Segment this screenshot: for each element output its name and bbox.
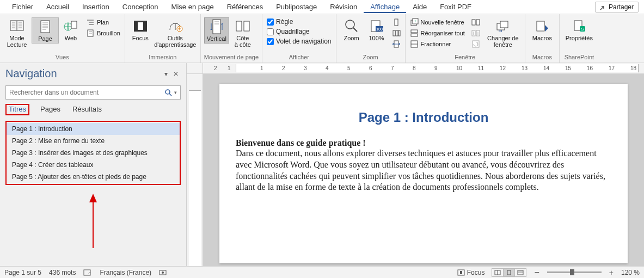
- svg-rect-45: [411, 34, 418, 36]
- status-words[interactable]: 436 mots: [49, 269, 76, 276]
- navigation-close-button[interactable]: ✕: [171, 69, 181, 79]
- status-macro-rec[interactable]: [159, 269, 167, 276]
- menu-item-foxit[interactable]: Foxit PDF: [433, 1, 478, 13]
- vertical-button[interactable]: Vertical: [204, 17, 229, 44]
- ruler-tick: 14: [543, 65, 549, 71]
- vertical-label: Vertical: [207, 35, 226, 42]
- volet-navigation-checkbox-input[interactable]: [267, 38, 274, 45]
- status-bar: Page 1 sur 5 436 mots Français (France) …: [0, 266, 644, 278]
- menu-item-fichier[interactable]: Fichier: [5, 1, 40, 13]
- web-view-button[interactable]: Web: [60, 17, 82, 42]
- macros-label: Macros: [532, 35, 552, 41]
- svg-rect-54: [500, 21, 508, 28]
- ruler-tick: 11: [478, 65, 484, 71]
- zoom-in-button[interactable]: +: [609, 268, 614, 277]
- macros-button[interactable]: Macros: [529, 17, 556, 42]
- navigation-search-input[interactable]: [9, 89, 161, 96]
- cote-a-cote-button[interactable]: Côte à côte: [230, 17, 255, 49]
- quadrillage-checkbox[interactable]: Quadrillage: [266, 27, 332, 36]
- menu-item-mise-en-page[interactable]: Mise en page: [165, 1, 220, 13]
- menu-item-insertion[interactable]: Insertion: [76, 1, 116, 13]
- menu-item-affichage[interactable]: Affichage: [364, 1, 406, 13]
- heading-item[interactable]: Page 3 : Insérer des images et des graph…: [7, 147, 180, 159]
- heading-item[interactable]: Page 5 : Ajouter des en-têtes et pieds d…: [7, 171, 180, 183]
- heading-item[interactable]: Page 2 : Mise en forme du texte: [7, 135, 180, 147]
- focus-button[interactable]: Focus: [128, 17, 152, 42]
- svg-rect-8: [41, 21, 50, 33]
- zoom-slider[interactable]: [547, 271, 602, 273]
- status-proofing[interactable]: [83, 269, 92, 276]
- menu-item-accueil[interactable]: Accueil: [40, 1, 76, 13]
- ribbon: Mode Lecture Page Web Plan Brouillon: [0, 14, 644, 63]
- svg-rect-68: [507, 270, 511, 275]
- svg-text:100: 100: [376, 27, 383, 31]
- svg-rect-30: [244, 21, 249, 31]
- search-icon[interactable]: [161, 89, 172, 96]
- nouvelle-fenetre-button[interactable]: +Nouvelle fenêtre: [409, 17, 466, 27]
- brouillon-view-button[interactable]: Brouillon: [85, 28, 121, 38]
- menu-item-publipostage[interactable]: Publipostage: [269, 1, 323, 13]
- navigation-options-button[interactable]: ▾: [161, 69, 171, 79]
- zoom-multi-page-button[interactable]: [391, 28, 402, 38]
- heading-item[interactable]: Page 4 : Créer des tableaux: [7, 159, 180, 171]
- search-dropdown-icon[interactable]: ▾: [172, 90, 177, 95]
- svg-rect-23: [138, 22, 143, 30]
- zoom-100-icon: 100: [369, 18, 384, 34]
- share-button[interactable]: Partager: [595, 2, 639, 13]
- web-view-icon: [63, 18, 78, 34]
- one-page-icon: [392, 18, 401, 27]
- quadrillage-checkbox-input[interactable]: [267, 28, 274, 35]
- status-view-print[interactable]: [503, 268, 515, 277]
- document-column: 2 1 1 2 3 4 5 6 7 8 9 10 11 12 13 14 15 …: [187, 63, 644, 266]
- zoom-slider-knob[interactable]: [570, 269, 574, 275]
- status-view-read[interactable]: [492, 268, 504, 277]
- plan-view-button[interactable]: Plan: [85, 17, 121, 27]
- menu-item-references[interactable]: Références: [220, 1, 269, 13]
- zoom-one-page-button[interactable]: [391, 17, 402, 27]
- tab-pages[interactable]: Pages: [39, 104, 62, 115]
- menu-item-revision[interactable]: Révision: [323, 1, 364, 13]
- outils-apprentissage-button[interactable]: Outils d'apprentissage: [154, 17, 197, 49]
- reset-window-pos-button[interactable]: [470, 39, 481, 49]
- zoom-100-button[interactable]: 100 100%: [365, 17, 389, 42]
- page-body: Dans ce document, nous allons explorer d…: [236, 148, 611, 193]
- tab-resultats[interactable]: Résultats: [71, 104, 103, 115]
- volet-navigation-checkbox[interactable]: Volet de navigation: [266, 37, 332, 46]
- changer-fenetre-button[interactable]: Changer de fenêtre: [484, 17, 522, 49]
- navigation-search[interactable]: ▾: [5, 85, 181, 100]
- menu-item-aide[interactable]: Aide: [406, 1, 433, 13]
- annotation-arrow: [0, 187, 186, 266]
- document-area[interactable]: Page 1 : Introduction Bienvenue dans ce …: [203, 74, 644, 266]
- zoom-page-width-button[interactable]: [391, 39, 402, 49]
- document-page[interactable]: Page 1 : Introduction Bienvenue dans ce …: [219, 84, 628, 263]
- zoom-out-button[interactable]: −: [534, 268, 539, 277]
- regle-checkbox[interactable]: Règle: [266, 17, 332, 26]
- sync-scroll-button[interactable]: [470, 28, 481, 38]
- page-view-button[interactable]: Page: [32, 17, 59, 44]
- fractionner-button[interactable]: Fractionner: [409, 39, 466, 49]
- sharepoint-properties-icon: S: [572, 18, 587, 34]
- view-side-by-side-button[interactable]: [470, 17, 481, 27]
- tab-titres[interactable]: Titres: [5, 104, 29, 115]
- page-width-icon: [392, 40, 401, 48]
- zoom-button[interactable]: Zoom: [340, 17, 364, 42]
- menu-item-conception[interactable]: Conception: [116, 1, 165, 13]
- navigation-pane: Navigation ▾ ✕ ▾ Titres Pages Résultats …: [0, 63, 187, 266]
- status-language[interactable]: Français (France): [100, 269, 151, 276]
- learning-tools-icon: [168, 18, 183, 34]
- status-focus-button[interactable]: Focus: [457, 269, 485, 276]
- heading-item[interactable]: Page 1 : Introduction: [7, 123, 180, 135]
- svg-rect-49: [476, 20, 480, 25]
- ruler-tick: 10: [456, 65, 462, 71]
- status-view-web[interactable]: [514, 268, 526, 277]
- nouvelle-fenetre-label: Nouvelle fenêtre: [421, 19, 464, 26]
- vertical-ruler[interactable]: [187, 74, 203, 266]
- mode-lecture-button[interactable]: Mode Lecture: [3, 17, 30, 49]
- regle-checkbox-input[interactable]: [267, 18, 274, 26]
- reorganiser-tout-button[interactable]: Réorganiser tout: [409, 28, 466, 38]
- svg-rect-15: [71, 21, 77, 28]
- status-page[interactable]: Page 1 sur 5: [4, 269, 41, 276]
- horizontal-ruler[interactable]: 2 1 1 2 3 4 5 6 7 8 9 10 11 12 13 14 15 …: [203, 63, 644, 74]
- proprietes-button[interactable]: S Propriétés: [563, 17, 596, 42]
- zoom-level[interactable]: 120 %: [621, 269, 640, 276]
